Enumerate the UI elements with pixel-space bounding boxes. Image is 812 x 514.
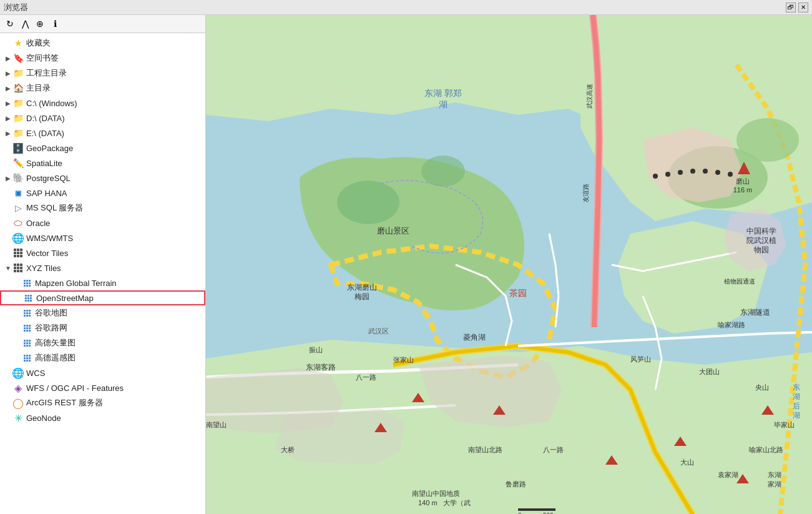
sidebar-item-wfs[interactable]: ◈ WFS / OGC API - Features: [0, 380, 205, 395]
map-canvas[interactable]: 东湖 郭郑 湖 磨山景区 磨山 116 m 东湖磨山 梅园 中国科学 院武汉植 …: [206, 15, 812, 514]
arcgis-icon: ◯: [12, 397, 24, 408]
svg-point-8: [690, 169, 695, 174]
osm-icon: [22, 292, 34, 304]
svg-text:菱角湖: 菱角湖: [463, 333, 486, 342]
sidebar-item-spatialite[interactable]: ✏️ SpatiaLite: [0, 156, 205, 171]
sidebar-item-sap-hana[interactable]: ▣ SAP HANA: [0, 185, 205, 200]
svg-text:物园: 物园: [754, 245, 769, 254]
svg-text:梅园: 梅园: [354, 292, 369, 301]
geopackage-icon: 🗄️: [12, 142, 24, 154]
sidebar-item-spatial-bookmarks[interactable]: ▶ 🔖 空间书签: [0, 51, 205, 66]
browser-toolbar: ↻ ⋀ ⊕ ℹ: [0, 15, 205, 33]
label-mssql: MS SQL 服务器: [26, 202, 83, 214]
svg-text:友谊路: 友谊路: [582, 184, 589, 202]
svg-text:央山: 央山: [755, 383, 769, 391]
gaode-satellite-icon: [21, 352, 32, 363]
wfs-icon: ◈: [12, 382, 24, 393]
svg-text:后: 后: [793, 402, 800, 410]
title-bar: 浏览器 🗗 ✕: [0, 0, 812, 15]
sidebar-item-e-drive[interactable]: ▶ 📁 E:\ (DATA): [0, 126, 205, 141]
label-wcs: WCS: [26, 368, 45, 378]
label-oracle: Oracle: [26, 219, 50, 228]
sidebar-item-oracle[interactable]: ⬭ Oracle: [0, 215, 205, 230]
sidebar-item-project-dir[interactable]: ▶ 📁 工程主目录: [0, 66, 205, 81]
folder-d-icon: 📁: [12, 112, 24, 124]
svg-text:大团山: 大团山: [699, 368, 720, 375]
mssql-icon: ▷: [12, 202, 24, 214]
svg-text:东湖 郭郑: 东湖 郭郑: [424, 88, 462, 98]
svg-text:东: 东: [793, 383, 800, 392]
svg-point-9: [703, 169, 708, 174]
svg-text:南望山中国地质: 南望山中国地质: [412, 490, 460, 497]
svg-text:大学（武: 大学（武: [443, 499, 471, 507]
sidebar-item-home[interactable]: ▶ 🏠 主目录: [0, 81, 205, 96]
filter-icon[interactable]: ⋀: [19, 17, 31, 30]
arrow-project: ▶: [4, 70, 12, 77]
svg-point-5: [653, 174, 658, 179]
sidebar-item-google-map[interactable]: 谷歌地图: [0, 305, 205, 320]
label-vector-tiles: Vector Tiles: [26, 249, 68, 258]
restore-button[interactable]: 🗗: [786, 2, 796, 12]
svg-text:喻家湖路: 喻家湖路: [718, 321, 745, 329]
sidebar-item-mapzen[interactable]: Mapzen Global Terrain: [0, 275, 205, 290]
svg-text:院武汉植: 院武汉植: [746, 236, 776, 245]
close-button[interactable]: ✕: [798, 2, 808, 12]
sidebar-item-geonode[interactable]: ✳ GeoNode: [0, 410, 205, 425]
sidebar-item-osm[interactable]: OpenStreetMap: [0, 290, 205, 305]
sidebar-item-google-road[interactable]: 谷歌路网: [0, 320, 205, 335]
svg-point-2: [421, 156, 465, 187]
sidebar-item-wms[interactable]: 🌐 WMS/WMTS: [0, 230, 205, 245]
arrow-e: ▶: [4, 130, 12, 137]
oracle-icon: ⬭: [12, 217, 24, 229]
sidebar-item-vector-tiles[interactable]: Vector Tiles: [0, 245, 205, 260]
sidebar-item-geopackage[interactable]: 🗄️ GeoPackage: [0, 141, 205, 156]
main-layout: ↻ ⋀ ⊕ ℹ ★ 收藏夹 ▶ 🔖 空间书签 ▶ 📁 工程主目录: [0, 15, 812, 514]
svg-text:武汉高速: 武汉高速: [586, 84, 593, 109]
add-icon[interactable]: ⊕: [34, 17, 46, 30]
folder-green-icon: 📁: [12, 67, 24, 79]
svg-point-1: [337, 180, 399, 224]
label-e: E:\ (DATA): [26, 129, 64, 138]
label-osm: OpenStreetMap: [36, 294, 94, 303]
sidebar-item-wcs[interactable]: 🌐 WCS: [0, 365, 205, 380]
sidebar-item-xyz-tiles[interactable]: ▼ XYZ Tiles: [0, 260, 205, 275]
svg-text:武汉区: 武汉区: [368, 327, 389, 335]
svg-text:140 m: 140 m: [418, 499, 438, 507]
sidebar-item-gaode-vector[interactable]: 高德矢量图: [0, 335, 205, 350]
svg-point-11: [728, 172, 733, 177]
svg-text:湖: 湖: [793, 392, 800, 401]
refresh-icon[interactable]: ↻: [4, 17, 16, 30]
svg-text:家湖: 家湖: [768, 480, 781, 488]
arrow-d: ▶: [4, 115, 12, 122]
sidebar-item-postgresql[interactable]: ▶ 🐘 PostgreSQL: [0, 171, 205, 185]
info-icon[interactable]: ℹ: [49, 17, 61, 30]
label-sap: SAP HANA: [26, 189, 67, 198]
svg-point-7: [678, 170, 683, 175]
mapzen-icon: [21, 277, 32, 289]
svg-text:八一路: 八一路: [543, 446, 564, 453]
vector-tiles-icon: [12, 247, 24, 259]
label-mapzen: Mapzen Global Terrain: [35, 279, 117, 288]
svg-text:磨山景区: 磨山景区: [377, 226, 409, 235]
svg-text:东湖磨山: 东湖磨山: [347, 283, 377, 292]
sidebar-item-bookmarks[interactable]: ★ 收藏夹: [0, 36, 205, 51]
svg-point-4: [736, 118, 799, 162]
folder-c-icon: 📁: [12, 97, 24, 109]
folder-e-icon: 📁: [12, 127, 24, 139]
svg-text:南望山: 南望山: [206, 421, 227, 428]
svg-text:袁家湖: 袁家湖: [718, 471, 738, 478]
sidebar-item-arcgis[interactable]: ◯ ArcGIS REST 服务器: [0, 395, 205, 410]
svg-text:大桥: 大桥: [281, 446, 295, 453]
label-gaode-vector: 高德矢量图: [35, 337, 76, 348]
svg-rect-63: [518, 508, 555, 511]
svg-point-10: [715, 170, 720, 175]
sidebar-item-c-drive[interactable]: ▶ 📁 C:\ (Windows): [0, 96, 205, 111]
postgresql-icon: 🐘: [12, 172, 24, 184]
sidebar-item-gaode-satellite[interactable]: 高德遥感图: [0, 350, 205, 365]
geonode-icon: ✳: [12, 412, 24, 423]
browser-tree: ★ 收藏夹 ▶ 🔖 空间书签 ▶ 📁 工程主目录 ▶ 🏠 主目录: [0, 33, 205, 514]
sidebar-item-mssql[interactable]: ▷ MS SQL 服务器: [0, 200, 205, 215]
home-icon: 🏠: [12, 82, 24, 94]
sidebar-item-d-drive[interactable]: ▶ 📁 D:\ (DATA): [0, 111, 205, 126]
label-geopackage: GeoPackage: [26, 144, 73, 153]
